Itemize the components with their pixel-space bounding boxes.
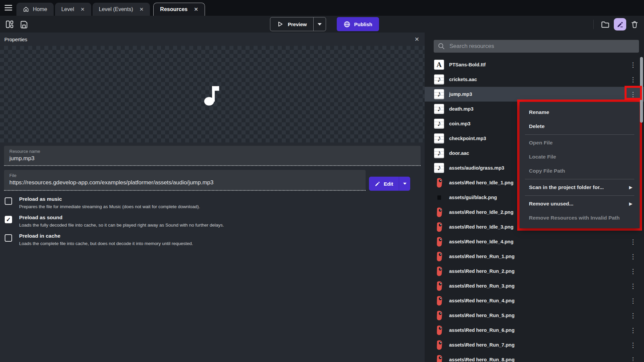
resource-row[interactable]: assets\Red hero_Run_5.png⋮ bbox=[425, 308, 644, 323]
kebab-menu-icon[interactable]: ⋮ bbox=[630, 283, 636, 289]
tab-label: Level bbox=[61, 6, 74, 12]
preview-dropdown-icon[interactable] bbox=[313, 17, 326, 31]
resource-name: death.mp3 bbox=[449, 106, 474, 112]
menu-item: Locate File bbox=[520, 150, 640, 164]
menu-item[interactable]: Remove unused...▶ bbox=[520, 197, 640, 211]
resource-row[interactable]: assets\Red hero_Idle_4.png⋮ bbox=[425, 234, 644, 249]
resource-row[interactable]: assets\Red hero_Run_1.png⋮ bbox=[425, 249, 644, 264]
pencil-icon bbox=[375, 181, 380, 187]
close-icon[interactable]: ✕ bbox=[415, 36, 419, 43]
submenu-arrow-icon: ▶ bbox=[629, 201, 632, 206]
hero-sprite-icon bbox=[434, 310, 444, 320]
resource-row[interactable]: APTSans-Bold.ttf⋮ bbox=[425, 57, 644, 72]
menu-item-label: Remove unused... bbox=[529, 201, 574, 207]
kebab-menu-icon[interactable]: ⋮ bbox=[630, 253, 636, 260]
tab-level[interactable]: Level ✕ bbox=[55, 3, 91, 16]
publish-button[interactable]: Publish bbox=[337, 17, 379, 31]
tab-home[interactable]: Home bbox=[16, 3, 54, 16]
resource-name: assets\Red hero_Idle_4.png bbox=[449, 239, 514, 244]
search-input[interactable] bbox=[449, 43, 635, 50]
resource-name-field[interactable]: Resource name jump.mp3 bbox=[4, 146, 421, 166]
kebab-menu-icon[interactable]: ⋮ bbox=[630, 91, 636, 98]
tab-resources[interactable]: Resources ✕ bbox=[153, 3, 205, 16]
menu-item[interactable]: Scan in the project folder for...▶ bbox=[520, 180, 640, 194]
menu-item-label: Remove Resources with Invalid Path bbox=[529, 215, 620, 221]
resource-row[interactable]: ♪crickets.aac⋮ bbox=[425, 72, 644, 87]
menu-item-label: Locate File bbox=[529, 154, 556, 160]
file-label: File bbox=[9, 173, 360, 178]
close-icon[interactable]: ✕ bbox=[194, 6, 198, 12]
tab-label: Home bbox=[33, 6, 47, 12]
tab-level-events[interactable]: Level (Events) ✕ bbox=[93, 3, 150, 16]
resource-row[interactable]: assets\Red hero_Run_8.png⋮ bbox=[425, 352, 644, 362]
resource-name: assets\Red hero_Run_6.png bbox=[449, 327, 515, 333]
kebab-menu-icon[interactable]: ⋮ bbox=[630, 268, 636, 275]
kebab-menu-icon[interactable]: ⋮ bbox=[630, 76, 636, 83]
resource-name: checkpoint.mp3 bbox=[449, 136, 486, 141]
search-icon bbox=[438, 43, 445, 50]
resource-row[interactable]: assets\Red hero_Run_2.png⋮ bbox=[425, 264, 644, 279]
preload-option-label: Preload as sound bbox=[19, 215, 224, 221]
kebab-menu-icon[interactable]: ⋮ bbox=[630, 357, 636, 362]
kebab-menu-icon[interactable]: ⋮ bbox=[630, 327, 636, 334]
checkbox[interactable] bbox=[5, 197, 12, 205]
hero-sprite-icon bbox=[434, 296, 444, 306]
resource-name-label: Resource name bbox=[9, 149, 415, 154]
project-manager-icon[interactable] bbox=[5, 20, 14, 28]
play-icon bbox=[277, 21, 283, 27]
publish-label: Publish bbox=[354, 21, 372, 27]
hero-sprite-icon bbox=[434, 222, 444, 232]
menu-item[interactable]: Rename bbox=[520, 105, 640, 119]
resource-row[interactable]: assets\Red hero_Run_6.png⋮ bbox=[425, 323, 644, 338]
file-value: https://resources.gdevelop-app.com/examp… bbox=[9, 179, 360, 186]
resource-row[interactable]: assets\Red hero_Run_4.png⋮ bbox=[425, 293, 644, 308]
hero-sprite-icon bbox=[434, 325, 444, 335]
open-folder-icon[interactable] bbox=[601, 20, 609, 29]
properties-title: Properties bbox=[4, 37, 27, 42]
audio-file-icon: ♪ bbox=[434, 119, 444, 129]
hero-sprite-icon bbox=[434, 281, 444, 291]
trash-icon[interactable] bbox=[631, 20, 639, 28]
menu-item[interactable]: Delete bbox=[520, 119, 640, 133]
menu-item: Open File bbox=[520, 136, 640, 150]
resource-name: assets\Red hero_Idle_1.png bbox=[449, 180, 514, 185]
resource-row[interactable]: assets\Red hero_Run_3.png⋮ bbox=[425, 279, 644, 293]
preload-option-label: Preload in cache bbox=[19, 233, 193, 239]
menu-divider bbox=[525, 179, 634, 179]
audio-file-icon: ♪ bbox=[434, 74, 444, 84]
resource-name: assets/gui/black.png bbox=[449, 195, 497, 200]
kebab-menu-icon[interactable]: ⋮ bbox=[630, 239, 636, 245]
preload-option-description: Prepares the file for immediate streamin… bbox=[19, 204, 200, 209]
menu-item-label: Open File bbox=[529, 140, 553, 146]
kebab-menu-icon[interactable]: ⋮ bbox=[630, 62, 636, 68]
kebab-menu-icon[interactable]: ⋮ bbox=[630, 342, 636, 348]
hero-sprite-icon bbox=[434, 207, 444, 217]
file-field[interactable]: File https://resources.gdevelop-app.com/… bbox=[4, 170, 366, 191]
close-icon[interactable]: ✕ bbox=[140, 6, 144, 12]
kebab-menu-icon[interactable]: ⋮ bbox=[630, 312, 636, 319]
hero-sprite-icon bbox=[434, 266, 444, 276]
kebab-menu-icon[interactable]: ⋮ bbox=[630, 298, 636, 304]
preview-button[interactable]: Preview bbox=[270, 17, 326, 31]
toolbar: Preview Publish bbox=[0, 16, 644, 33]
resource-name: assets\Red hero_Run_2.png bbox=[449, 268, 515, 274]
checkbox[interactable] bbox=[5, 234, 12, 242]
scrollbar-thumb[interactable] bbox=[640, 57, 643, 123]
menu-item-label: Copy File Path bbox=[529, 168, 565, 174]
edit-button[interactable]: Edit bbox=[369, 177, 410, 191]
resource-row[interactable]: assets\Red hero_Run_7.png⋮ bbox=[425, 338, 644, 352]
menu-icon[interactable] bbox=[4, 4, 13, 11]
resource-name: assets\Red hero_Run_1.png bbox=[449, 254, 515, 259]
checkbox[interactable]: ✓ bbox=[5, 216, 12, 223]
save-icon[interactable] bbox=[20, 20, 28, 28]
search-box[interactable] bbox=[434, 40, 639, 53]
preview-label: Preview bbox=[288, 21, 307, 27]
font-file-icon: A bbox=[434, 60, 444, 70]
resource-name: PTSans-Bold.ttf bbox=[449, 62, 486, 67]
menu-item: Copy File Path bbox=[520, 164, 640, 178]
edit-dropdown-icon[interactable] bbox=[399, 177, 410, 191]
close-icon[interactable]: ✕ bbox=[80, 6, 85, 12]
hero-sprite-icon bbox=[434, 178, 444, 188]
resource-name: assets\Red hero_Run_4.png bbox=[449, 298, 515, 303]
edit-mode-icon[interactable] bbox=[614, 18, 626, 31]
